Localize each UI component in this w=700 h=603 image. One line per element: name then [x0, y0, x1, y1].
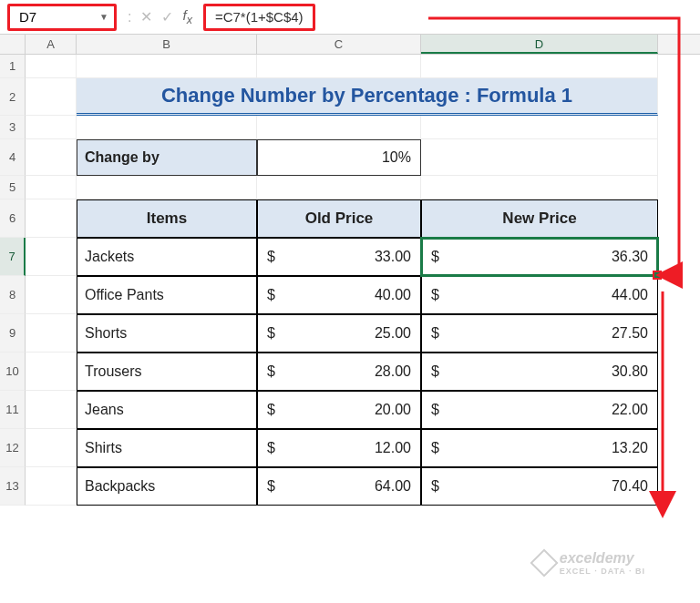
cell-d5[interactable]: [421, 176, 658, 199]
select-all-corner[interactable]: [0, 35, 26, 54]
column-header-a[interactable]: A: [26, 35, 77, 54]
formula-text: =C7*(1+$C$4): [215, 9, 304, 25]
new-price-4[interactable]: $22.00: [421, 391, 658, 429]
cell-c5[interactable]: [257, 176, 421, 199]
row-header-9[interactable]: 9: [0, 314, 26, 353]
cell-d4[interactable]: [421, 139, 658, 176]
column-header-d[interactable]: D: [421, 35, 658, 54]
row-header-4[interactable]: 4: [0, 139, 26, 176]
row-header-10[interactable]: 10: [0, 353, 26, 391]
cell-a3[interactable]: [26, 116, 77, 139]
header-old-price[interactable]: Old Price: [257, 199, 421, 238]
cell-a6[interactable]: [26, 199, 77, 238]
fill-handle[interactable]: [653, 271, 662, 280]
old-price-6[interactable]: $64.00: [257, 467, 421, 506]
cell-a11[interactable]: [26, 391, 77, 429]
column-header-c[interactable]: C: [257, 35, 421, 54]
title-cell[interactable]: Change Number by Percentage : Formula 1: [77, 78, 658, 116]
new-price-1[interactable]: $44.00: [421, 276, 658, 314]
name-box-value: D7: [19, 9, 36, 25]
old-price-3[interactable]: $28.00: [257, 353, 421, 391]
row-header-7[interactable]: 7: [0, 238, 26, 276]
row-header-3[interactable]: 3: [0, 116, 26, 139]
item-name-4[interactable]: Jeans: [77, 391, 257, 429]
divider-icon: :: [128, 9, 131, 26]
spreadsheet-grid: 1 2 Change Number by Percentage : Formul…: [0, 55, 700, 506]
item-name-6[interactable]: Backpacks: [77, 467, 257, 506]
watermark: exceldemy EXCEL · DATA · BI: [534, 550, 645, 576]
item-name-1[interactable]: Office Pants: [77, 276, 257, 314]
cell-a7[interactable]: [26, 238, 77, 276]
row-header-12[interactable]: 12: [0, 429, 26, 467]
row-header-13[interactable]: 13: [0, 467, 26, 506]
cell-a2[interactable]: [26, 78, 77, 116]
watermark-icon: [530, 548, 558, 577]
old-price-0[interactable]: $33.00: [257, 238, 421, 276]
item-name-0[interactable]: Jackets: [77, 238, 257, 276]
watermark-brand: exceldemy: [560, 550, 634, 566]
new-price-5[interactable]: $13.20: [421, 429, 658, 467]
cell-d1[interactable]: [421, 55, 658, 78]
row-header-6[interactable]: 6: [0, 199, 26, 238]
cell-a10[interactable]: [26, 353, 77, 391]
enter-icon[interactable]: ✓: [161, 8, 173, 26]
cancel-icon[interactable]: ✕: [140, 8, 152, 26]
header-items[interactable]: Items: [77, 199, 257, 238]
new-price-6[interactable]: $70.40: [421, 467, 658, 506]
cell-d3[interactable]: [421, 116, 658, 139]
item-name-2[interactable]: Shorts: [77, 314, 257, 353]
row-header-2[interactable]: 2: [0, 78, 26, 116]
cell-a5[interactable]: [26, 176, 77, 199]
formula-input[interactable]: =C7*(1+$C$4): [203, 4, 315, 31]
new-price-3[interactable]: $30.80: [421, 353, 658, 391]
old-price-5[interactable]: $12.00: [257, 429, 421, 467]
column-header-b[interactable]: B: [77, 35, 257, 54]
new-price-0[interactable]: $36.30: [421, 238, 658, 276]
old-price-4[interactable]: $20.00: [257, 391, 421, 429]
row-header-5[interactable]: 5: [0, 176, 26, 199]
change-by-value[interactable]: 10%: [257, 139, 421, 176]
name-box[interactable]: D7 ▼: [7, 4, 117, 31]
change-by-label[interactable]: Change by: [77, 139, 257, 176]
watermark-tagline: EXCEL · DATA · BI: [560, 567, 645, 576]
cell-b1[interactable]: [77, 55, 257, 78]
row-header-8[interactable]: 8: [0, 276, 26, 314]
cell-a13[interactable]: [26, 467, 77, 506]
cell-c1[interactable]: [257, 55, 421, 78]
row-header-1[interactable]: 1: [0, 55, 26, 78]
column-headers: A B C D: [0, 35, 700, 55]
header-new-price[interactable]: New Price: [421, 199, 658, 238]
new-price-2[interactable]: $27.50: [421, 314, 658, 353]
item-name-3[interactable]: Trousers: [77, 353, 257, 391]
formula-controls: : ✕ ✓ fx: [122, 7, 198, 26]
fx-icon[interactable]: fx: [182, 7, 191, 26]
chevron-down-icon[interactable]: ▼: [99, 12, 108, 22]
cell-a12[interactable]: [26, 429, 77, 467]
cell-a9[interactable]: [26, 314, 77, 353]
row-header-11[interactable]: 11: [0, 391, 26, 429]
cell-a8[interactable]: [26, 276, 77, 314]
cell-b3[interactable]: [77, 116, 257, 139]
old-price-2[interactable]: $25.00: [257, 314, 421, 353]
old-price-1[interactable]: $40.00: [257, 276, 421, 314]
cell-b5[interactable]: [77, 176, 257, 199]
cell-a1[interactable]: [26, 55, 77, 78]
cell-a4[interactable]: [26, 139, 77, 176]
formula-bar: D7 ▼ : ✕ ✓ fx =C7*(1+$C$4): [0, 0, 700, 35]
cell-c3[interactable]: [257, 116, 421, 139]
item-name-5[interactable]: Shirts: [77, 429, 257, 467]
